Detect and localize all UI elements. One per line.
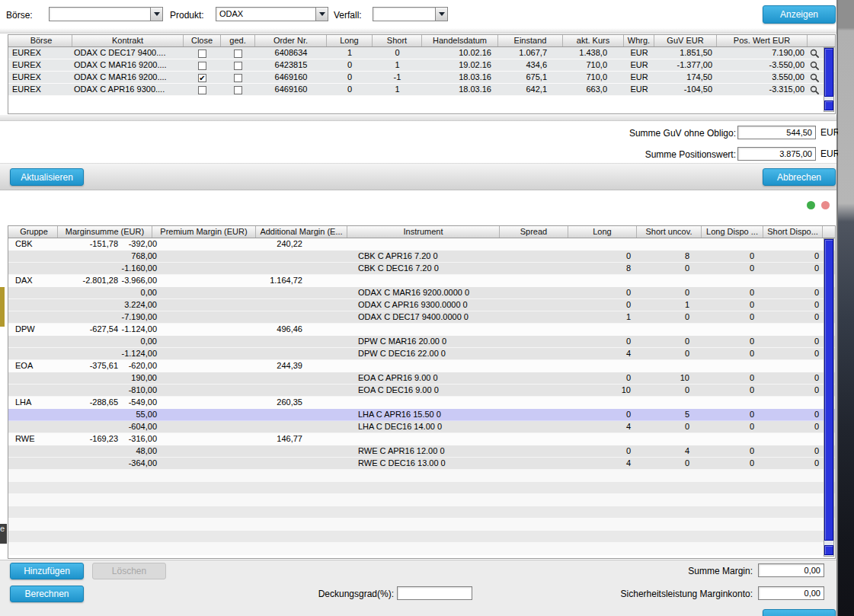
col-header-long[interactable]: Long xyxy=(568,226,637,238)
positions-cell-whrg: EUR xyxy=(624,72,654,84)
summe-guv-field[interactable]: 544,50 xyxy=(737,126,816,139)
table-row[interactable]: EUREXODAX C DEC17 9400....64086341010.02… xyxy=(8,47,835,59)
table-row[interactable]: -810,00EOA C DEC16 9.00 010000 xyxy=(8,385,835,397)
deckungsgrad-field[interactable] xyxy=(397,586,472,600)
scrollbar-thumb[interactable] xyxy=(824,48,833,97)
col-header-pos-wert-eur[interactable]: Pos. Wert EUR xyxy=(717,35,808,46)
close-checkbox[interactable] xyxy=(198,49,206,58)
margin-cell-gruppe xyxy=(11,409,58,421)
col-header-short-dispo[interactable]: Short Dispo... xyxy=(763,226,823,238)
col-header-ged[interactable]: ged. xyxy=(221,35,255,46)
table-row[interactable]: -1.124,00DPW C DEC16 22.00 04000 xyxy=(8,348,835,360)
positions-table-scrollbar[interactable] xyxy=(824,47,834,112)
table-row[interactable]: -364,00RWE C DEC16 13.00 04000 xyxy=(8,458,835,470)
table-row[interactable]: 768,00CBK C APR16 7.20 00800 xyxy=(8,251,835,263)
magnifier-icon[interactable] xyxy=(808,47,821,59)
positions-cell-close xyxy=(184,59,221,72)
sicherheitsleistung-field[interactable]: 0,00 xyxy=(758,586,824,600)
ged-checkbox[interactable] xyxy=(234,49,242,58)
close-checkbox[interactable] xyxy=(198,86,206,94)
scrollbar-button[interactable] xyxy=(824,101,833,110)
table-row[interactable]: EOA-375,61-620,00244,39 xyxy=(8,360,835,372)
magnifier-icon[interactable] xyxy=(808,84,821,96)
table-row[interactable]: EUREXODAX C APR16 9300....64691600118.03… xyxy=(8,84,835,96)
boerse-select[interactable] xyxy=(49,7,163,21)
col-header-instrument[interactable]: Instrument xyxy=(347,226,500,238)
magnifier-icon[interactable] xyxy=(808,72,821,84)
table-row[interactable]: 190,00EOA C APR16 9.00 001000 xyxy=(8,372,835,385)
close-checkbox[interactable]: ✔ xyxy=(198,74,206,82)
col-header-akt-kurs[interactable]: akt. Kurs xyxy=(563,35,624,46)
margin-cell-short-dispo xyxy=(763,433,823,445)
hinzufuegen-button[interactable]: Hinzufügen xyxy=(10,563,84,579)
close-checkbox[interactable] xyxy=(198,62,206,70)
margin-cell-instrument xyxy=(347,397,500,409)
margin-cell-additional-margin xyxy=(256,251,347,263)
partial-button-bottom-right[interactable] xyxy=(763,609,836,616)
margin-table-scrollbar[interactable] xyxy=(824,238,834,557)
margin-cell-premium-margin: -1.160,00 xyxy=(152,263,256,275)
col-header-gruppe[interactable]: Gruppe xyxy=(11,226,58,238)
table-row[interactable]: DPW-627,54-1.124,00496,46 xyxy=(8,324,835,336)
positions-cell-order-nr: 6469160 xyxy=(255,84,327,96)
col-header-whrg[interactable]: Whrg. xyxy=(624,35,654,46)
col-header-close[interactable]: Close xyxy=(184,35,221,46)
summe-margin-field[interactable]: 0,00 xyxy=(758,563,824,577)
aktualisieren-button[interactable]: Aktualisieren xyxy=(10,168,84,186)
produkt-select[interactable]: ODAX xyxy=(216,7,328,21)
col-header-marginsumme-eur[interactable]: Marginsumme (EUR) xyxy=(58,226,152,238)
scrollbar-thumb[interactable] xyxy=(824,239,833,541)
col-header-short[interactable]: Short xyxy=(373,35,422,46)
table-row[interactable]: -1.160,00CBK C DEC16 7.20 08000 xyxy=(8,263,835,275)
table-row[interactable]: 55,00LHA C APR16 15.50 00500 xyxy=(8,409,835,421)
positions-cell-close xyxy=(184,84,221,96)
margin-cell-spread xyxy=(500,421,568,433)
margin-cell-spread xyxy=(500,360,568,372)
col-header-guv-eur[interactable]: GuV EUR xyxy=(654,35,717,46)
ged-checkbox[interactable] xyxy=(234,86,242,94)
verfall-select[interactable] xyxy=(373,7,448,21)
table-row[interactable]: 48,00RWE C APR16 12.00 00400 xyxy=(8,445,835,458)
empty-row xyxy=(8,506,835,519)
boerse-select-value xyxy=(50,8,150,21)
anzeigen-button[interactable]: Anzeigen xyxy=(763,5,836,24)
table-row[interactable]: EUREXODAX C MAR16 9200....✔64691600-118.… xyxy=(8,72,835,84)
abbrechen-button[interactable]: Abbrechen xyxy=(763,168,836,186)
table-row[interactable]: DAX-2.801,28-3.966,001.164,72 xyxy=(8,275,835,287)
desktop-background xyxy=(838,0,854,616)
table-row[interactable]: RWE-169,23-316,00146,77 xyxy=(8,433,835,445)
col-header-long[interactable]: Long xyxy=(327,35,373,46)
col-header-short-uncov[interactable]: Short uncov. xyxy=(637,226,702,238)
table-row[interactable]: 0,00DPW C MAR16 20.00 00000 xyxy=(8,336,835,348)
berechnen-button[interactable]: Berechnen xyxy=(10,586,84,602)
verfall-select-arrow-button[interactable] xyxy=(435,8,447,21)
loeschen-button[interactable]: Löschen xyxy=(92,563,166,579)
table-row[interactable]: 3.224,00ODAX C APR16 9300.0000 00100 xyxy=(8,299,835,311)
col-header-kontrakt[interactable]: Kontrakt xyxy=(72,35,184,46)
table-row[interactable]: LHA-288,65-549,00260,35 xyxy=(8,397,835,409)
boerse-select-arrow-button[interactable] xyxy=(150,8,162,21)
col-header-long-dispo[interactable]: Long Dispo ... xyxy=(702,226,763,238)
table-row[interactable]: -604,00LHA C DEC16 14.00 04000 xyxy=(8,421,835,433)
table-row[interactable]: -7.190,00ODAX C DEC17 9400.0000 01000 xyxy=(8,311,835,324)
scrollbar-button[interactable] xyxy=(824,545,833,555)
col-header-spread[interactable]: Spread xyxy=(500,226,568,238)
ged-checkbox[interactable] xyxy=(234,74,242,82)
margin-cell-premium-margin: -364,00 xyxy=(152,458,256,470)
table-row[interactable]: EUREXODAX C MAR16 9200....64238150119.02… xyxy=(8,59,835,72)
col-header-additional-margin-e[interactable]: Additional Margin (E... xyxy=(256,226,347,238)
produkt-select-arrow-button[interactable] xyxy=(315,8,328,21)
col-header-börse[interactable]: Börse xyxy=(11,35,72,46)
col-header-premium-margin-eur[interactable]: Premium Margin (EUR) xyxy=(152,226,256,238)
summe-positionswert-field[interactable]: 3.875,00 xyxy=(737,147,816,161)
col-header-order-nr[interactable]: Order Nr. xyxy=(255,35,327,46)
col-header-handelsdatum[interactable]: Handelsdatum xyxy=(422,35,498,46)
ged-checkbox[interactable] xyxy=(234,62,242,70)
table-row[interactable]: CBK-151,78-392,00240,22 xyxy=(8,238,835,251)
table-row[interactable]: 0,00ODAX C MAR16 9200.0000 00000 xyxy=(8,287,835,299)
summe-positionswert-unit: EUR xyxy=(820,148,840,159)
margin-cell-gruppe: RWE xyxy=(11,433,58,445)
status-dot-green xyxy=(807,201,815,209)
magnifier-icon[interactable] xyxy=(808,59,821,72)
col-header-einstand[interactable]: Einstand xyxy=(498,35,563,46)
